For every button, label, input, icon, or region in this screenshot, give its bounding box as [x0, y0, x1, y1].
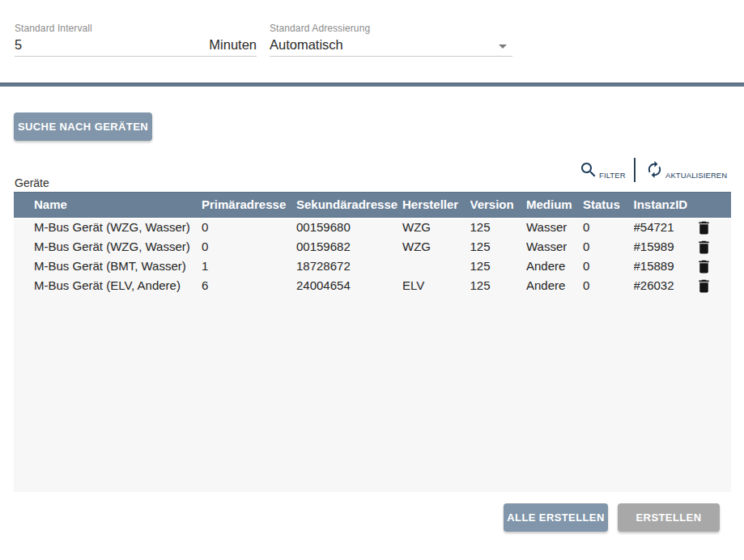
table-row: M-Bus Gerät (WZG, Wasser)000159680WZG125…	[14, 218, 731, 237]
table-cell: Wasser	[526, 220, 583, 234]
interval-input[interactable]	[15, 34, 176, 53]
refresh-button[interactable]: AKTUALISIEREN	[647, 158, 729, 182]
section-divider	[0, 83, 744, 87]
column-header-2: Primäradresse	[202, 197, 296, 211]
column-header-4: Hersteller	[402, 197, 470, 211]
table-header: NamePrimäradresseSekundäradresseHerstell…	[14, 192, 731, 218]
trash-icon	[695, 219, 712, 236]
table-cell: 0	[583, 278, 634, 292]
table-row: M-Bus Gerät (BMT, Wasser)118728672125And…	[14, 257, 731, 276]
table-actions: FILTER AKTUALISIEREN	[567, 158, 729, 182]
table-cell: 0	[202, 220, 296, 234]
trash-icon	[695, 278, 712, 295]
filter-button[interactable]: FILTER	[580, 158, 628, 182]
column-header-8: InstanzID	[634, 197, 699, 211]
create-button[interactable]: ERSTELLEN	[618, 503, 720, 532]
addressing-field: Standard Adressierung Automatisch	[270, 23, 512, 57]
filter-label: FILTER	[599, 171, 626, 180]
table-cell: 18728672	[296, 259, 402, 273]
table-cell: Andere	[526, 278, 583, 292]
interval-field: Standard Intervall Minuten	[15, 23, 257, 57]
trash-icon	[695, 239, 712, 256]
table-body: M-Bus Gerät (WZG, Wasser)000159680WZG125…	[14, 218, 731, 493]
addressing-select[interactable]: Automatisch	[270, 34, 512, 57]
table-caption: Geräte	[15, 176, 49, 189]
column-header-6: Medium	[526, 197, 583, 211]
addressing-selected-value: Automatisch	[270, 34, 343, 53]
delete-row-button[interactable]	[695, 239, 712, 256]
delete-row-button[interactable]	[695, 278, 712, 295]
table-cell: WZG	[402, 220, 470, 234]
table-cell: #26032	[634, 278, 699, 292]
table-cell: 0	[583, 259, 634, 273]
table-cell: 24004654	[296, 278, 402, 292]
table-cell: 0	[202, 240, 296, 253]
actions-divider	[634, 158, 636, 182]
table-cell: M-Bus Gerät (WZG, Wasser)	[34, 220, 202, 234]
column-header-3: Sekundäradresse	[296, 197, 402, 211]
column-header-7: Status	[583, 197, 634, 211]
addressing-label: Standard Adressierung	[270, 23, 512, 34]
dropdown-arrow-icon	[499, 45, 507, 49]
table-cell: M-Bus Gerät (WZG, Wasser)	[34, 240, 202, 253]
table-row: M-Bus Gerät (ELV, Andere)624004654ELV125…	[14, 276, 731, 295]
search-devices-button[interactable]: SUCHE NACH GERÄTEN	[14, 112, 152, 141]
table-cell: 6	[202, 278, 296, 292]
table-cell: 1	[202, 259, 296, 273]
refresh-icon	[645, 160, 664, 179]
create-all-button[interactable]: ALLE ERSTELLEN	[504, 503, 608, 532]
interval-unit-label: Minuten	[209, 34, 257, 53]
table-cell: #54721	[634, 220, 699, 234]
table-cell: Andere	[526, 259, 583, 273]
table-cell: ELV	[402, 278, 470, 292]
table-cell: Wasser	[526, 240, 583, 253]
table-cell: 0	[583, 240, 634, 253]
interval-label: Standard Intervall	[15, 23, 257, 34]
table-cell: 125	[470, 240, 527, 253]
device-table: NamePrimäradresseSekundäradresseHerstell…	[14, 192, 731, 492]
table-cell: 00159680	[296, 220, 402, 234]
delete-row-button[interactable]	[695, 219, 712, 236]
column-header-5: Version	[470, 197, 527, 211]
table-cell: WZG	[402, 240, 470, 253]
table-cell: 125	[470, 220, 527, 234]
table-cell: 125	[470, 259, 527, 273]
delete-row-button[interactable]	[695, 258, 712, 275]
search-icon	[579, 160, 598, 180]
table-cell: 0	[583, 220, 634, 234]
table-row: M-Bus Gerät (WZG, Wasser)000159682WZG125…	[14, 237, 731, 257]
table-cell: M-Bus Gerät (BMT, Wasser)	[34, 259, 202, 273]
table-cell: M-Bus Gerät (ELV, Andere)	[34, 278, 202, 292]
table-cell: 125	[470, 278, 527, 292]
trash-icon	[695, 258, 712, 275]
table-cell: 00159682	[296, 240, 402, 253]
column-header-1: Name	[34, 197, 202, 211]
table-cell: #15989	[634, 240, 699, 253]
refresh-label: AKTUALISIEREN	[665, 171, 727, 180]
table-cell: #15889	[634, 259, 699, 273]
